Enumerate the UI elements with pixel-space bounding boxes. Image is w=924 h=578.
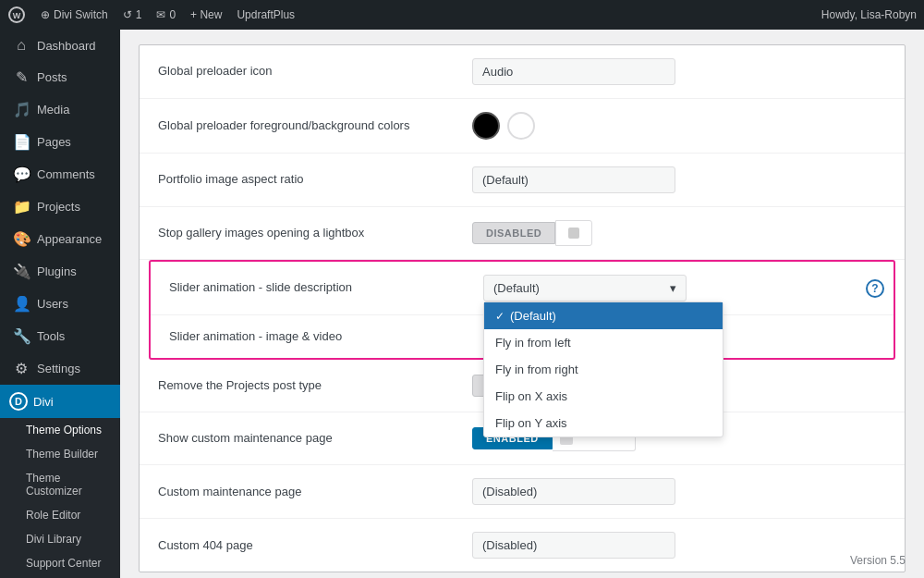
sidebar-item-media[interactable]: 🎵 Media (0, 93, 120, 126)
foreground-color-swatch[interactable] (472, 112, 500, 140)
svg-text:W: W (13, 11, 21, 20)
settings-row-stop-lightbox: Stop gallery images opening a lightbox D… (140, 207, 905, 260)
preloader-icon-control: Audio (472, 58, 886, 85)
sidebar-item-divi[interactable]: D Divi (0, 385, 120, 418)
appearance-icon: 🎨 (13, 230, 30, 248)
checkmark-icon: ✓ (495, 310, 505, 323)
help-icon-slider-desc[interactable]: ? (866, 279, 884, 298)
sidebar-item-appearance[interactable]: 🎨 Appearance (0, 223, 120, 255)
comments-icon: ✉ (156, 8, 165, 21)
stop-lightbox-disabled-label: DISABLED (472, 222, 555, 244)
dropdown-option-default[interactable]: ✓ (Default) (484, 302, 723, 329)
version-text: Version 5.5 (850, 554, 906, 567)
stop-lightbox-switch[interactable] (555, 220, 592, 246)
users-icon: 👤 (13, 295, 30, 313)
stop-lightbox-toggle[interactable]: DISABLED (472, 220, 592, 246)
projects-icon: 📁 (13, 198, 30, 215)
sidebar-item-projects[interactable]: 📁 Projects (0, 191, 120, 223)
submenu-item-theme-options[interactable]: Theme Options (0, 418, 120, 442)
settings-row-slider-animation-desc: Slider animation - slide description (De… (151, 262, 894, 315)
divi-logo-icon: D (9, 392, 28, 411)
settings-icon: ⚙ (13, 360, 30, 377)
highlighted-dropdown-section: Slider animation - slide description (De… (149, 260, 895, 360)
portfolio-ratio-select[interactable]: (Default) (472, 166, 675, 193)
dashboard-icon: ⌂ (13, 37, 30, 54)
sidebar-item-comments[interactable]: 💬 Comments (0, 158, 120, 191)
submenu-item-theme-customizer[interactable]: Theme Customizer (0, 466, 120, 503)
tools-icon: 🔧 (13, 327, 30, 345)
comments-nav-icon: 💬 (13, 166, 30, 183)
dropdown-option-fly-left[interactable]: Fly in from left (484, 329, 723, 356)
plugins-icon: 🔌 (13, 263, 30, 280)
stop-lightbox-control: DISABLED (472, 220, 886, 246)
portfolio-ratio-label: Portfolio image aspect ratio (158, 171, 472, 188)
custom-404-control: (Disabled) (472, 532, 886, 559)
sidebar-item-plugins[interactable]: 🔌 Plugins (0, 255, 120, 288)
updraftplus-bar-item[interactable]: UpdraftPlus (237, 8, 295, 21)
sidebar-item-tools[interactable]: 🔧 Tools (0, 320, 120, 352)
slider-animation-video-label: Slider animation - image & video (169, 328, 483, 345)
wp-logo-item[interactable]: W (7, 6, 26, 24)
settings-row-preloader-colors: Global preloader foreground/background c… (140, 99, 905, 154)
pages-icon: 📄 (13, 133, 30, 151)
custom-404-label: Custom 404 page (158, 537, 472, 554)
dropdown-option-flip-y[interactable]: Flip on Y axis (484, 410, 723, 437)
background-color-swatch[interactable] (507, 112, 535, 140)
posts-icon: ✎ (13, 68, 30, 86)
portfolio-ratio-control: (Default) (472, 166, 886, 193)
divi-submenu: Theme Options Theme Builder Theme Custom… (0, 418, 120, 578)
custom-maintenance-label: Custom maintenance page (158, 484, 472, 500)
sidebar-item-settings[interactable]: ⚙ Settings (0, 352, 120, 385)
custom-maintenance-select[interactable]: (Disabled) (472, 478, 675, 505)
settings-row-portfolio-ratio: Portfolio image aspect ratio (Default) (140, 154, 905, 207)
preloader-colors-control (472, 112, 886, 140)
settings-row-preloader-icon: Global preloader icon Audio (140, 45, 905, 99)
comments-bar-item[interactable]: ✉ 0 (156, 8, 176, 21)
slider-animation-desc-dropdown-container: (Default) ▾ ✓ (Default) Fly in from left (483, 275, 687, 301)
sidebar-item-dashboard[interactable]: ⌂ Dashboard (0, 30, 120, 61)
divi-switch-icon: ⊕ (41, 8, 50, 21)
sidebar-item-pages[interactable]: 📄 Pages (0, 126, 120, 158)
submenu-item-theme-builder[interactable]: Theme Builder (0, 442, 120, 466)
sidebar-item-posts[interactable]: ✎ Posts (0, 61, 120, 93)
new-bar-item[interactable]: + New (190, 8, 222, 21)
toggle-off-indicator (568, 228, 579, 239)
preloader-icon-label: Global preloader icon (158, 63, 472, 80)
submenu-item-divi-library[interactable]: Divi Library (0, 527, 120, 551)
slider-animation-desc-menu: ✓ (Default) Fly in from left Fly in from… (483, 301, 723, 437)
preloader-colors-label: Global preloader foreground/background c… (158, 117, 472, 134)
divi-switch-bar-item[interactable]: ⊕ Divi Switch (41, 8, 108, 21)
updates-bar-item[interactable]: ↺ 1 (123, 8, 142, 21)
slider-animation-desc-label: Slider animation - slide description (169, 279, 483, 296)
settings-row-custom-maintenance: Custom maintenance page (Disabled) (140, 465, 905, 519)
maintenance-page-label: Show custom maintenance page (158, 430, 472, 447)
updates-icon: ↺ (123, 8, 132, 21)
admin-user-greeting[interactable]: Howdy, Lisa-Robyn (821, 8, 917, 21)
main-content: Global preloader icon Audio Global prelo… (120, 30, 924, 578)
settings-container: Global preloader icon Audio Global prelo… (139, 44, 906, 572)
custom-maintenance-control: (Disabled) (472, 478, 886, 505)
submenu-item-support-center[interactable]: Support Center (0, 551, 120, 575)
settings-row-custom-404: Custom 404 page (Disabled) (140, 519, 905, 572)
stop-lightbox-label: Stop gallery images opening a lightbox (158, 225, 472, 241)
remove-projects-label: Remove the Projects post type (158, 377, 472, 394)
media-icon: 🎵 (13, 101, 30, 118)
slider-animation-desc-control: (Default) ▾ ✓ (Default) Fly in from left (483, 275, 875, 301)
dropdown-arrow-icon: ▾ (670, 281, 676, 295)
admin-bar: W ⊕ Divi Switch ↺ 1 ✉ 0 + New UpdraftPlu… (0, 0, 924, 30)
sidebar-item-users[interactable]: 👤 Users (0, 288, 120, 320)
admin-sidebar: ⌂ Dashboard ✎ Posts 🎵 Media 📄 Pages 💬 Co… (0, 30, 120, 578)
submenu-item-role-editor[interactable]: Role Editor (0, 503, 120, 527)
dropdown-option-flip-x[interactable]: Flip on X axis (484, 383, 723, 410)
dropdown-option-fly-right[interactable]: Fly in from right (484, 356, 723, 383)
preloader-icon-select[interactable]: Audio (472, 58, 675, 85)
slider-animation-desc-trigger[interactable]: (Default) ▾ (483, 275, 687, 301)
custom-404-select[interactable]: (Disabled) (472, 532, 675, 559)
